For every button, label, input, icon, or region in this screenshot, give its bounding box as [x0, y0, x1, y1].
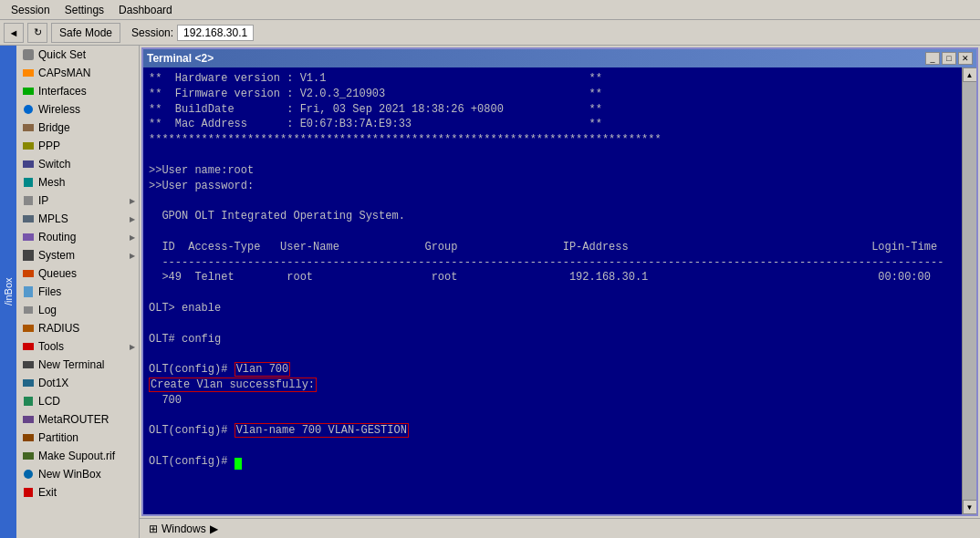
toolbar-left-btn[interactable]: ◄: [4, 23, 24, 43]
sidebar-label-routing: Routing: [38, 231, 76, 243]
terminal-close-btn[interactable]: ✕: [958, 52, 973, 65]
radius-icon: [22, 322, 35, 335]
ppp-icon: [22, 140, 35, 152]
terminal-window: Terminal <2> _ □ ✕ ** Hardware version :…: [141, 47, 978, 516]
partition-icon: [22, 431, 35, 444]
sidebar-label-radius: RADIUS: [38, 322, 79, 335]
sidebar-label-tools: Tools: [38, 340, 64, 353]
sidebar-item-files[interactable]: Files: [16, 283, 139, 301]
sidebar-item-new-winbox[interactable]: New WinBox: [16, 465, 139, 483]
toolbar-refresh-btn[interactable]: ↻: [27, 23, 47, 43]
sidebar-label-lcd: LCD: [38, 395, 60, 408]
sidebar-label-interfaces: Interfaces: [38, 85, 87, 98]
sidebar-label-queues: Queues: [38, 267, 77, 280]
sidebar-item-dot1x[interactable]: Dot1X: [16, 374, 139, 392]
sidebar-item-metarouter[interactable]: MetaROUTER: [16, 410, 139, 429]
sidebar: Quick Set CAPsMAN Interfaces Wireless Br…: [16, 46, 140, 538]
sidebar-label-switch: Switch: [38, 158, 70, 171]
lcd-icon: [22, 395, 35, 408]
windows-icon: ⊞: [149, 522, 158, 535]
terminal-cursor: [235, 458, 242, 470]
sidebar-item-lcd[interactable]: LCD: [16, 392, 139, 410]
menu-bar: Session Settings Dashboard: [0, 0, 980, 20]
scrollbar-up-btn[interactable]: ▲: [963, 67, 977, 82]
interfaces-icon: [22, 85, 35, 98]
cmd2-highlight: Create Vlan successfully:: [149, 378, 317, 392]
terminal-title: Terminal <2>: [147, 52, 214, 65]
menu-dashboard[interactable]: Dashboard: [111, 2, 180, 18]
sidebar-label-files: Files: [38, 285, 61, 298]
mesh-icon: [22, 176, 35, 189]
sidebar-item-log[interactable]: Log: [16, 301, 139, 319]
terminal-scrollbar: ▲ ▼: [962, 67, 976, 514]
terminal-maximize-btn[interactable]: □: [942, 52, 956, 65]
sidebar-item-makesupout[interactable]: Make Supout.rif: [16, 447, 139, 465]
sidebar-label-capsman: CAPsMAN: [38, 67, 90, 79]
sidebar-item-switch[interactable]: Switch: [16, 155, 139, 173]
capsman-icon: [22, 67, 35, 79]
windows-bar: ⊞ Windows ▶: [140, 518, 980, 538]
terminal-minimize-btn[interactable]: _: [925, 52, 940, 65]
sidebar-label-new-winbox: New WinBox: [38, 468, 101, 481]
sidebar-item-interfaces[interactable]: Interfaces: [16, 82, 139, 100]
content-area: Terminal <2> _ □ ✕ ** Hardware version :…: [140, 46, 980, 538]
sidebar-label-makesupout: Make Supout.rif: [38, 450, 115, 462]
scrollbar-track[interactable]: [963, 82, 976, 500]
sidebar-item-ip[interactable]: IP: [16, 191, 139, 210]
sidebar-item-tools[interactable]: Tools: [16, 337, 139, 356]
sidebar-label-new-terminal: New Terminal: [38, 358, 104, 371]
switch-icon: [22, 158, 35, 171]
sidebar-label-log: Log: [38, 304, 57, 316]
sidebar-item-bridge[interactable]: Bridge: [16, 119, 139, 137]
terminal-titlebar: Terminal <2> _ □ ✕: [143, 49, 976, 67]
files-icon: [22, 285, 35, 298]
menu-settings[interactable]: Settings: [57, 2, 111, 18]
sidebar-item-mesh[interactable]: Mesh: [16, 173, 139, 191]
mpls-icon: [22, 212, 35, 225]
sidebar-wrapper: /inBox Quick Set CAPsMAN Interfaces Wire…: [0, 46, 140, 538]
sidebar-item-exit[interactable]: Exit: [16, 483, 139, 502]
makesupout-icon: [22, 450, 35, 462]
new-terminal-icon: [22, 358, 35, 371]
dot1x-icon: [22, 377, 35, 389]
sidebar-item-queues[interactable]: Queues: [16, 264, 139, 283]
sidebar-label-partition: Partition: [38, 431, 78, 444]
sidebar-item-wireless[interactable]: Wireless: [16, 100, 139, 119]
new-winbox-icon: [22, 468, 35, 481]
log-icon: [22, 304, 35, 316]
bridge-icon: [22, 121, 35, 134]
sidebar-item-routing[interactable]: Routing: [16, 228, 139, 246]
cmd3-highlight: Vlan-name 700 VLAN-GESTION: [235, 423, 409, 438]
menu-session[interactable]: Session: [4, 2, 57, 18]
terminal-content-row: ** Hardware version : V1.1 ** ** Firmwar…: [143, 67, 976, 514]
sidebar-label-system: System: [38, 249, 75, 262]
sidebar-item-system[interactable]: System: [16, 246, 139, 264]
main-layout: /inBox Quick Set CAPsMAN Interfaces Wire…: [0, 46, 980, 538]
sidebar-label-mesh: Mesh: [38, 176, 65, 189]
scrollbar-down-btn[interactable]: ▼: [963, 500, 977, 514]
sidebar-label-bridge: Bridge: [38, 121, 70, 134]
sidebar-item-mpls[interactable]: MPLS: [16, 210, 139, 228]
sidebar-item-ppp[interactable]: PPP: [16, 137, 139, 155]
sidebar-item-capsman[interactable]: CAPsMAN: [16, 64, 139, 82]
tools-icon: [22, 340, 35, 353]
routing-icon: [22, 231, 35, 243]
safe-mode-button[interactable]: Safe Mode: [51, 23, 120, 43]
winbox-label: /inBox: [0, 46, 16, 538]
terminal-controls: _ □ ✕: [925, 52, 973, 65]
sidebar-item-new-terminal[interactable]: New Terminal: [16, 356, 139, 374]
sidebar-item-radius[interactable]: RADIUS: [16, 319, 139, 337]
sidebar-item-quickset[interactable]: Quick Set: [16, 46, 139, 64]
sidebar-label-metarouter: MetaROUTER: [38, 413, 109, 426]
terminal-text: ** Hardware version : V1.1 ** ** Firmwar…: [149, 71, 956, 470]
toolbar: ◄ ↻ Safe Mode Session: 192.168.30.1: [0, 20, 980, 46]
sidebar-label-quickset: Quick Set: [38, 48, 86, 61]
quickset-icon: [22, 48, 35, 61]
windows-label[interactable]: ⊞ Windows ▶: [143, 521, 224, 537]
queues-icon: [22, 267, 35, 280]
session-value: 192.168.30.1: [177, 25, 254, 41]
sidebar-label-wireless: Wireless: [38, 103, 80, 116]
sidebar-item-partition[interactable]: Partition: [16, 429, 139, 447]
metarouter-icon: [22, 413, 35, 426]
terminal-body[interactable]: ** Hardware version : V1.1 ** ** Firmwar…: [143, 67, 962, 514]
